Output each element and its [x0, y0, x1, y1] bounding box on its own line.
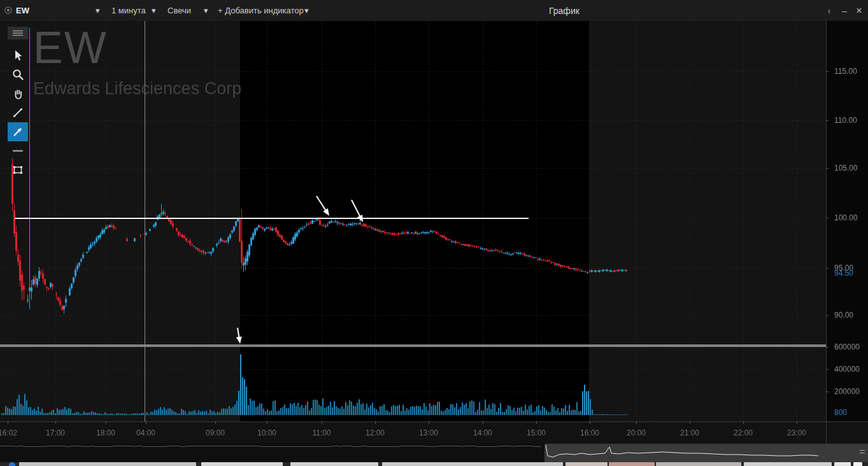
rectangle-tool-icon[interactable] [8, 160, 28, 180]
interval-selector[interactable]: 1 минута [111, 0, 146, 21]
menu-icon[interactable] [8, 27, 28, 39]
chart-style-caret-icon[interactable]: ▾ [204, 0, 208, 21]
horizontal-line-tool-icon[interactable] [8, 141, 28, 160]
taskbar-window-segment[interactable] [853, 462, 862, 466]
taskbar-app-icon[interactable] [9, 462, 15, 466]
taskbar-window-segment[interactable] [656, 462, 741, 466]
taskbar-window-segment[interactable] [834, 462, 851, 466]
symbol-caret-icon[interactable]: ▾ [96, 0, 100, 21]
navigator-window[interactable] [544, 444, 868, 462]
add-indicator-caret-icon[interactable]: ▾ [304, 0, 309, 21]
taskbar-window-segment[interactable] [290, 462, 378, 466]
taskbar-window-segment[interactable] [19, 462, 196, 466]
drawing-toolbar [8, 27, 28, 180]
add-indicator-button[interactable]: + Добавить индикатор [218, 0, 304, 21]
arrow-tool-icon[interactable] [8, 122, 28, 141]
close-button[interactable]: × [852, 0, 866, 21]
taskbar-window-segment[interactable] [566, 462, 608, 466]
taskbar-window-segment[interactable] [609, 462, 655, 466]
pan-hand-tool-icon[interactable] [8, 84, 28, 103]
taskbar-window-segment[interactable] [201, 462, 283, 466]
collapse-button[interactable]: ‹ [822, 0, 836, 21]
chart-style-selector[interactable]: Свечи [167, 0, 191, 21]
minimize-button[interactable]: – [837, 0, 851, 21]
trendline-tool-icon[interactable] [8, 103, 28, 122]
taskbar-window-segment[interactable] [382, 462, 563, 466]
taskbar-sliver [0, 462, 868, 466]
symbol-selector[interactable]: EW [16, 0, 29, 21]
record-icon [4, 6, 13, 15]
taskbar-window-segment[interactable] [744, 462, 832, 466]
interval-caret-icon[interactable]: ▾ [152, 0, 156, 21]
chart-window: EW Edwards Lifesciences Corp 115.00110.0… [0, 0, 868, 466]
cursor-tool-icon[interactable] [8, 46, 28, 65]
zoom-tool-icon[interactable] [8, 65, 28, 84]
window-title: График [549, 0, 580, 21]
titlebar: EW ▾ 1 минута ▾ Свечи ▾ + Добавить индик… [0, 0, 868, 21]
chart-canvas[interactable] [0, 0, 868, 466]
